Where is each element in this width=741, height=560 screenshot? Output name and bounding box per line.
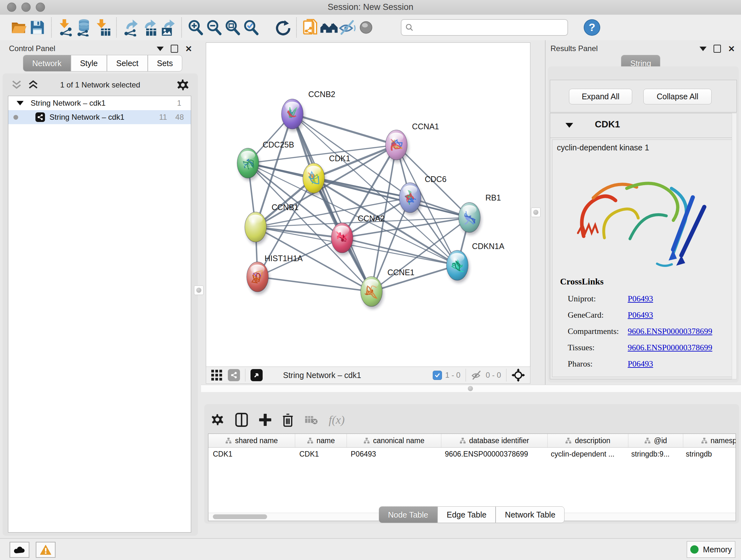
help-button[interactable]: ? [583,17,601,38]
delete-table-icon[interactable] [305,415,318,425]
edge-HIST1H1A-CCNE1[interactable] [258,277,372,292]
delete-column-trash-icon[interactable] [282,413,293,427]
crosslink-link[interactable]: 9606.ENSP00000378699 [628,343,712,353]
string-network-graph[interactable]: CCNB2CCNA1CDC25BCDK1CDC6RB1CCNB1CCNA2CDK… [206,43,530,367]
edge-CCNB2-CCNA1[interactable] [292,114,396,145]
crosslink-link[interactable]: 9606.ENSP00000378699 [628,327,712,336]
column-header-database-identifier[interactable]: database identifier [441,434,548,447]
share-view-icon[interactable] [228,369,240,381]
column-header-id[interactable]: @id [628,434,683,447]
cloud-icon [13,545,26,554]
control-panel-title: Control Panel [9,44,55,53]
zoom-selected-button[interactable] [242,17,260,38]
tab-sets[interactable]: Sets [148,55,182,71]
collapse-all-button[interactable]: Collapse All [643,89,712,105]
function-builder-icon[interactable]: f(x) [329,413,345,427]
save-session-button[interactable] [28,17,47,38]
save-icon [29,19,45,36]
crosslink-link[interactable]: P06493 [628,310,653,320]
node-CCNE1[interactable]: CCNE1 [360,268,414,309]
node-CDKN1A[interactable]: CDKN1A [447,242,504,283]
network-collection-row[interactable]: String Network – cdk1 1 [8,96,191,110]
results-panel-title: Results Panel [550,44,598,53]
crosslink-link[interactable]: P06493 [628,294,653,304]
hidden-eye-slash-icon[interactable] [471,370,482,380]
graphics-details-button[interactable] [357,17,375,38]
control-panel-menu-icon[interactable] [157,47,164,51]
import-table-button[interactable] [93,17,112,38]
node-CCNA1[interactable]: CCNA1 [386,122,439,163]
control-panel-float-icon[interactable] [171,45,178,53]
horizontal-splitter[interactable] [201,385,741,393]
collection-expand-icon[interactable] [17,101,23,105]
open-in-browser-button[interactable] [301,17,320,38]
zoom-out-button[interactable] [205,17,223,38]
results-panel-float-icon[interactable] [714,45,721,53]
expand-all-button[interactable]: Expand All [569,89,632,105]
warnings-button[interactable] [36,542,56,558]
results-scrollbar[interactable] [732,113,737,379]
crosslink-row: Compartments:9606.ENSP00000378699 [552,323,734,339]
splitter-handle-icon[interactable] [468,386,473,391]
create-column-plus-icon[interactable] [259,414,271,426]
network-label: String Network – cdk1 [50,113,125,122]
table-options-gear-icon[interactable] [211,413,224,427]
cloud-status-button[interactable] [10,542,29,558]
tab-edge-table[interactable]: Edge Table [437,506,496,523]
results-panel-close-icon[interactable]: ✕ [728,46,735,52]
open-view-icon[interactable] [251,369,263,381]
column-header-name[interactable]: name [295,434,347,447]
zoom-selected-icon [243,19,260,36]
fit-content-button[interactable] [223,17,242,38]
fit-selected-crosshair-icon[interactable] [512,368,525,382]
network-canvas[interactable]: CCNB2CCNA1CDC25BCDK1CDC6RB1CCNB1CCNA2CDK… [206,43,530,367]
zoom-in-button[interactable] [186,17,205,38]
hide-selected-button[interactable] [338,17,357,38]
tab-node-table[interactable]: Node Table [379,506,437,523]
network-options-gear-icon[interactable] [176,78,189,91]
edge-CCNB1-CCNA2[interactable] [256,227,342,238]
network-view-area: CCNB2CCNA1CDC25BCDK1CDC6RB1CCNB1CCNA2CDK… [201,40,545,385]
selected-checkbox-icon[interactable] [433,371,442,380]
export-table-button[interactable] [140,17,158,38]
edge-CCNA2-CDKN1A[interactable] [342,238,457,265]
node-label-CCNB1: CCNB1 [272,203,299,212]
crosslink-link[interactable]: P06493 [628,359,653,369]
right-splitter-handle[interactable] [531,207,541,217]
memory-button[interactable]: Memory [687,541,735,558]
left-splitter-handle[interactable] [194,286,204,295]
column-header-description[interactable]: description [548,434,628,447]
tab-network-table[interactable]: Network Table [495,506,564,523]
table-cell: 9606.ENSP00000378699 [441,450,546,458]
home-button[interactable] [320,17,338,38]
column-header-canonical-name[interactable]: canonical name [347,434,441,447]
export-table-icon [140,18,158,37]
import-network-from-database-button[interactable] [75,17,93,38]
refresh-button[interactable] [273,17,292,38]
current-network-dot-icon [13,115,18,120]
import-network-button[interactable] [56,17,75,38]
column-header-namespace[interactable]: namespace [683,434,736,447]
node-HIST1H1A[interactable]: HIST1H1A [247,254,303,294]
results-panel-menu-icon[interactable] [699,47,706,51]
open-session-button[interactable] [10,17,28,38]
birds-eye-view-icon[interactable] [211,369,223,381]
table-cell: stringdb:9... [627,450,681,458]
tab-style[interactable]: Style [71,55,107,71]
table-row[interactable]: CDK1CDK1P064939606.ENSP00000378699cyclin… [208,448,736,460]
entry-collapse-icon[interactable] [565,123,573,128]
edge-CCNB2-CCNE1[interactable] [292,114,372,292]
table-content: f(x) shared namenamecanonical namedataba… [204,404,739,523]
search-field[interactable] [401,19,568,36]
control-panel-close-icon[interactable]: ✕ [185,46,192,52]
export-image-button[interactable] [158,17,177,38]
select-columns-icon[interactable] [235,413,248,427]
node-label-CCNB2: CCNB2 [308,90,335,99]
column-header-shared-name[interactable]: shared name [208,434,295,447]
tab-select[interactable]: Select [107,55,147,71]
search-input[interactable] [414,23,563,32]
node-RB1[interactable]: RB1 [459,193,501,235]
tab-network[interactable]: Network [23,55,71,71]
network-row-selected[interactable]: String Network – cdk1 11 48 [8,110,191,124]
export-network-button[interactable] [121,17,140,38]
